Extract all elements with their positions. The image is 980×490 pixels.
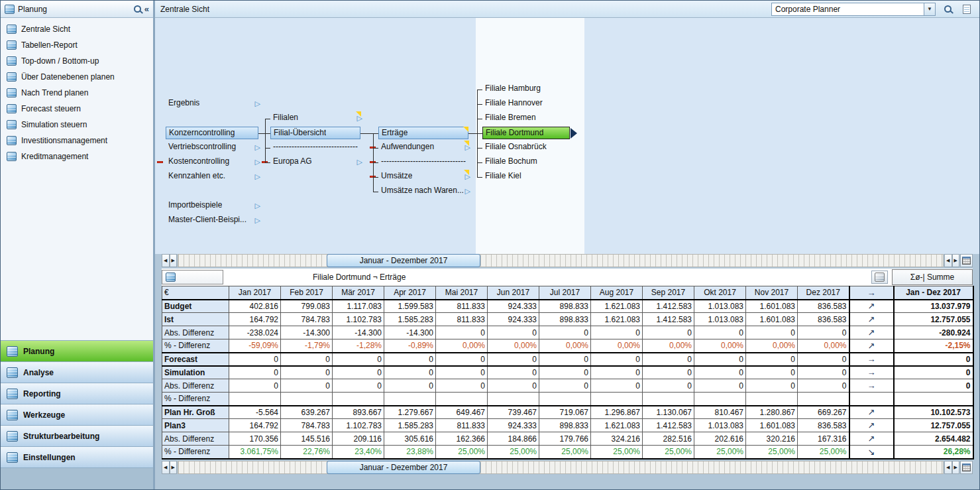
grid-cell[interactable]: 739.467	[488, 406, 539, 419]
grid-cell[interactable]: 0	[333, 379, 384, 393]
grid-cell[interactable]	[281, 393, 333, 406]
grid-cell[interactable]: 1.412.583	[643, 419, 694, 432]
tree-node-filiale-bochum[interactable]: Filiale Bochum	[482, 156, 570, 168]
sum-cell[interactable]	[894, 393, 973, 406]
sum-cell[interactable]: 13.037.979	[894, 300, 973, 313]
expand-arrow-icon[interactable]: ▷	[255, 143, 260, 153]
search-icon[interactable]	[134, 5, 141, 13]
grid-cell[interactable]: 0	[539, 379, 591, 393]
grid-cell[interactable]: 25,00%	[591, 446, 643, 459]
tree-node-master-client-beispi[interactable]: Master-Client-Beispi...▷	[166, 214, 258, 227]
tree-node-kennzahlen-etc[interactable]: Kennzahlen etc.▷	[166, 170, 258, 183]
grid-cell[interactable]: 811.833	[436, 313, 488, 326]
sidebar-item-forecast-steuern[interactable]: Forecast steuern	[1, 101, 153, 117]
grid-cell[interactable]: 836.583	[798, 300, 849, 313]
sum-cell[interactable]: 2.654.482	[894, 432, 973, 446]
grid-cell[interactable]: -238.024	[229, 326, 281, 339]
grid-cell[interactable]	[798, 393, 849, 406]
grid-cell[interactable]: 25,00%	[798, 446, 849, 459]
grid-cell[interactable]: 25,00%	[694, 446, 746, 459]
grid-cell[interactable]: 0	[539, 326, 591, 339]
sum-cell[interactable]: 12.757.055	[894, 313, 973, 326]
grid-cell[interactable]: 1.412.583	[643, 300, 694, 313]
month-header-jun-2017[interactable]: Jun 2017	[488, 286, 539, 300]
grid-cell[interactable]: 1.279.667	[384, 406, 436, 419]
grid-cell[interactable]: 1.585.283	[384, 313, 436, 326]
tree-node-ertr-ge[interactable]: Erträge	[378, 127, 468, 139]
grid-cell[interactable]: 0,00%	[643, 339, 694, 353]
grid-cell[interactable]: 0	[591, 326, 643, 339]
grid-cell[interactable]: 639.267	[281, 406, 333, 419]
sidebar-item-ber-datenebenen-planen[interactable]: Über Datenebenen planen	[1, 69, 153, 85]
month-header-nov-2017[interactable]: Nov 2017	[746, 286, 798, 300]
grid-cell[interactable]: 0	[643, 366, 694, 379]
sum-cell[interactable]: 12.757.055	[894, 419, 973, 432]
grid-cell[interactable]: 0	[436, 353, 488, 366]
grid-cell[interactable]: 0	[798, 366, 849, 379]
grid-cell[interactable]: 402.816	[229, 300, 281, 313]
grid-cell[interactable]: 719.067	[539, 406, 591, 419]
grid-cell[interactable]: 669.267	[798, 406, 849, 419]
tree-node-ergebnis[interactable]: Ergebnis▷	[166, 97, 258, 110]
grid-cell[interactable]: 25,00%	[539, 446, 591, 459]
grid-cell[interactable]: 0	[694, 353, 746, 366]
expand-arrow-icon[interactable]: ▷	[255, 172, 260, 182]
grid-cell[interactable]: 0	[539, 366, 591, 379]
sum-cell[interactable]: 0	[894, 366, 973, 379]
grid-cell[interactable]: 1.296.867	[591, 406, 643, 419]
grid-cell[interactable]: 0	[384, 366, 436, 379]
grid-cell[interactable]: 0	[384, 379, 436, 393]
sidebar-item-top-down-bottom-up[interactable]: Top-down / Bottom-up	[1, 53, 153, 69]
grid-cell[interactable]: 1.621.083	[591, 419, 643, 432]
grid-cell[interactable]	[436, 393, 488, 406]
tree-node-filial-bersicht[interactable]: Filial-Übersicht	[270, 127, 360, 139]
nav-button-reporting[interactable]: Reporting	[1, 383, 153, 404]
grid-cell[interactable]: 1.585.283	[384, 419, 436, 432]
sidebar-item-nach-trend-planen[interactable]: Nach Trend planen	[1, 85, 153, 101]
collapse-sidebar-icon[interactable]: «	[144, 5, 149, 13]
grid-cell[interactable]: 0	[229, 366, 281, 379]
table-view-button[interactable]	[162, 270, 223, 284]
timeline-scroll-left-button[interactable]: ◀	[944, 461, 952, 474]
tree-node-importbeispiele[interactable]: Importbeispiele▷	[166, 200, 258, 212]
grid-cell[interactable]: 0	[643, 326, 694, 339]
calendar-button[interactable]	[960, 254, 973, 267]
grid-cell[interactable]	[333, 393, 384, 406]
grid-cell[interactable]: 0	[281, 353, 333, 366]
grid-cell[interactable]: 1.102.783	[333, 313, 384, 326]
month-header-aug-2017[interactable]: Aug 2017	[591, 286, 643, 300]
grid-cell[interactable]: 0	[539, 353, 591, 366]
tree-node-konzerncontrolling[interactable]: Konzerncontrolling	[166, 127, 258, 139]
sum-cell[interactable]: 26,28%	[894, 446, 973, 459]
month-header-feb-2017[interactable]: Feb 2017	[281, 286, 333, 300]
expand-arrow-icon[interactable]: ▷	[465, 186, 470, 196]
tree-node-kostencontrolling[interactable]: Kostencontrolling▷	[166, 156, 258, 168]
expand-arrow-icon[interactable]: ▷	[255, 201, 260, 211]
tree-node-vertriebscontrolling[interactable]: Vertriebscontrolling▷	[166, 141, 258, 154]
sum-display-button[interactable]	[871, 271, 888, 284]
nav-button-strukturbearbeitung[interactable]: Strukturbearbeitung	[1, 425, 153, 446]
month-header-sep-2017[interactable]: Sep 2017	[643, 286, 694, 300]
grid-cell[interactable]: 1.102.783	[333, 419, 384, 432]
timeline-scroll-right-button[interactable]: ▶	[952, 254, 960, 267]
grid-cell[interactable]: 0,00%	[694, 339, 746, 353]
tree-node-europa-ag[interactable]: Europa AG▷	[270, 156, 360, 168]
grid-cell[interactable]: 811.833	[436, 419, 488, 432]
grid-cell[interactable]: 924.333	[488, 313, 539, 326]
grid-cell[interactable]: 1.601.083	[746, 300, 798, 313]
grid-cell[interactable]: 0,00%	[488, 339, 539, 353]
grid-cell[interactable]: 1.013.083	[694, 313, 746, 326]
chevron-down-icon[interactable]: ▼	[924, 3, 935, 15]
calendar-button[interactable]	[960, 461, 973, 474]
grid-cell[interactable]	[229, 393, 281, 406]
grid-cell[interactable]: 145.516	[281, 432, 333, 446]
grid-cell[interactable]	[384, 393, 436, 406]
grid-cell[interactable]: 0	[798, 326, 849, 339]
document-button[interactable]	[959, 3, 974, 16]
grid-cell[interactable]: 170.356	[229, 432, 281, 446]
grid-cell[interactable]: 924.333	[488, 300, 539, 313]
grid-cell[interactable]: 1.599.583	[384, 300, 436, 313]
tree-node-filiale-dortmund[interactable]: Filiale Dortmund	[482, 127, 570, 139]
sum-cell[interactable]: -280.924	[894, 326, 973, 339]
grid-cell[interactable]: 0,00%	[436, 339, 488, 353]
